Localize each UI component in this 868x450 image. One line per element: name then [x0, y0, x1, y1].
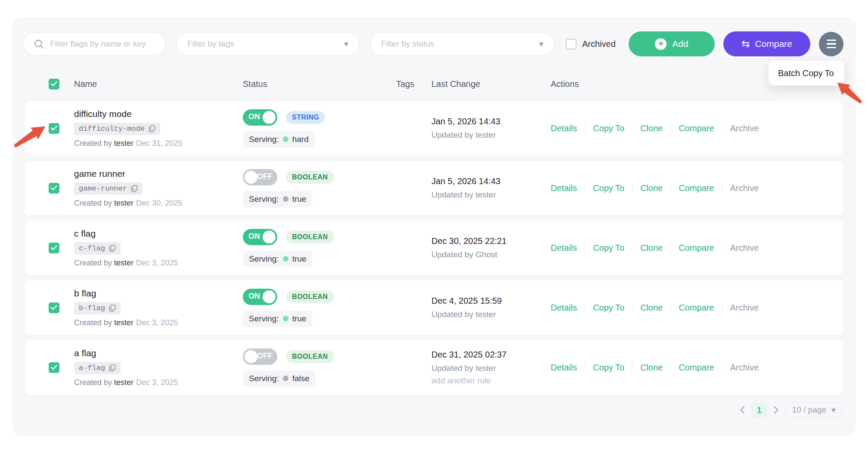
flag-toggle[interactable]: ON — [243, 289, 277, 305]
more-actions-menu-button[interactable] — [819, 32, 843, 56]
serving-dot — [283, 256, 288, 262]
archive-link[interactable]: Archive — [730, 183, 759, 193]
row-checkbox[interactable] — [49, 183, 59, 194]
copy-to-link[interactable]: Copy To — [593, 123, 624, 133]
add-another-rule-hint: add another rule — [431, 376, 551, 385]
compare-link[interactable]: Compare — [679, 303, 714, 313]
select-all-checkbox[interactable] — [49, 79, 59, 89]
details-link[interactable]: Details — [551, 183, 577, 193]
pagination: 1 10 / page ▼ — [740, 402, 843, 418]
page-size-select[interactable]: 10 / page ▼ — [785, 402, 843, 418]
table-row: difficulty mode difficulty-mode Created … — [25, 101, 843, 155]
type-badge: BOOLEAN — [286, 290, 334, 303]
flag-key: a-flag — [79, 364, 105, 372]
status-filter-select[interactable]: Filter by status ▼ — [370, 32, 554, 55]
flag-name: a flag — [74, 348, 243, 358]
clone-link[interactable]: Clone — [640, 363, 663, 373]
clone-link[interactable]: Clone — [640, 123, 663, 133]
copy-icon[interactable] — [149, 125, 155, 133]
copy-icon[interactable] — [109, 245, 116, 252]
copy-to-link[interactable]: Copy To — [593, 183, 624, 193]
table-row: game runner game-runner Created by teste… — [25, 161, 843, 215]
clone-link[interactable]: Clone — [640, 303, 663, 313]
toggle-knob — [263, 231, 276, 243]
archived-checkbox[interactable] — [566, 39, 577, 49]
add-button-label: Add — [672, 39, 688, 49]
last-change-date: Jan 5, 2026 14:43 — [431, 117, 551, 126]
compare-link[interactable]: Compare — [679, 243, 714, 253]
add-button[interactable]: + Add — [629, 31, 715, 56]
copy-to-link[interactable]: Copy To — [593, 243, 624, 253]
prev-page-button[interactable] — [740, 406, 745, 414]
details-link[interactable]: Details — [551, 123, 577, 133]
copy-to-link[interactable]: Copy To — [593, 363, 624, 373]
flag-key: c-flag — [79, 244, 105, 253]
search-input[interactable]: Filter flags by name or key — [23, 32, 165, 55]
filter-bar: Filter flags by name or key Filter by ta… — [23, 32, 843, 55]
header-name: Name — [74, 79, 243, 89]
flag-name: difficulty mode — [74, 109, 243, 119]
last-change-date: Jan 5, 2026 14:43 — [431, 176, 551, 186]
details-link[interactable]: Details — [551, 243, 577, 253]
last-change-by: Updated by tester — [431, 130, 551, 140]
hamburger-icon — [827, 40, 836, 41]
chevron-down-icon: ▼ — [344, 41, 348, 47]
flag-key-chip[interactable]: game-runner — [74, 182, 143, 195]
clone-link[interactable]: Clone — [640, 243, 663, 253]
toggle-knob — [245, 171, 257, 184]
details-link[interactable]: Details — [551, 303, 577, 313]
annotation-arrow-batch-copy — [826, 74, 868, 108]
toggle-knob — [245, 350, 257, 363]
clone-link[interactable]: Clone — [640, 183, 663, 193]
table-header: Name Status Tags Last Change Actions — [25, 74, 843, 94]
page-number[interactable]: 1 — [751, 402, 767, 418]
flag-created-meta: Created by testerDec 3, 2025 — [74, 318, 243, 327]
flag-key-chip[interactable]: difficulty-mode — [74, 123, 160, 135]
details-link[interactable]: Details — [551, 363, 577, 373]
copy-to-link[interactable]: Copy To — [593, 303, 624, 313]
archived-label: Archived — [582, 39, 616, 49]
tags-filter-select[interactable]: Filter by tags ▼ — [177, 32, 359, 55]
archive-link[interactable]: Archive — [730, 363, 759, 373]
archive-link[interactable]: Archive — [730, 123, 759, 133]
chevron-down-icon: ▼ — [831, 407, 836, 413]
flag-created-meta: Created by testerDec 31, 2025 — [74, 139, 243, 148]
flag-toggle[interactable]: OFF — [243, 348, 277, 365]
last-change-by: Updated by tester — [431, 190, 551, 200]
compare-link[interactable]: Compare — [679, 123, 714, 133]
search-icon — [34, 39, 44, 49]
compare-link[interactable]: Compare — [679, 183, 714, 193]
serving-dot — [283, 136, 288, 142]
serving-dot — [283, 196, 288, 202]
flag-toggle[interactable]: OFF — [243, 169, 277, 185]
compare-link[interactable]: Compare — [679, 363, 714, 373]
flags-page: Filter flags by name or key Filter by ta… — [0, 0, 868, 450]
last-change-by: Updated by Ghost — [431, 250, 551, 259]
flag-name: b flag — [74, 288, 243, 299]
flag-key-chip[interactable]: a-flag — [74, 362, 121, 374]
archive-link[interactable]: Archive — [730, 243, 759, 253]
next-page-button[interactable] — [774, 406, 778, 414]
copy-icon[interactable] — [109, 305, 116, 312]
row-checkbox[interactable] — [49, 302, 59, 313]
type-badge: STRING — [286, 111, 325, 124]
copy-icon[interactable] — [109, 364, 116, 372]
row-checkbox[interactable] — [49, 362, 59, 373]
header-tags: Tags — [396, 79, 431, 89]
flag-created-meta: Created by testerDec 3, 2025 — [74, 378, 243, 387]
flag-toggle[interactable]: ON — [243, 229, 277, 245]
type-badge: BOOLEAN — [286, 350, 334, 363]
compare-button[interactable]: ⇆ Compare — [723, 31, 810, 56]
flag-toggle[interactable]: ON — [243, 109, 277, 126]
plus-icon: + — [655, 38, 666, 50]
copy-icon[interactable] — [131, 185, 138, 192]
annotation-arrow-checkbox — [12, 120, 64, 159]
flag-key-chip[interactable]: c-flag — [74, 242, 121, 255]
serving-chip: Serving:false — [243, 370, 316, 387]
flag-key-chip[interactable]: b-flag — [74, 302, 121, 314]
flag-key: difficulty-mode — [79, 125, 145, 133]
row-checkbox[interactable] — [49, 243, 59, 253]
compare-arrows-icon: ⇆ — [741, 38, 750, 49]
last-change-date: Dec 30, 2025 22:21 — [431, 236, 551, 246]
archive-link[interactable]: Archive — [730, 303, 759, 313]
